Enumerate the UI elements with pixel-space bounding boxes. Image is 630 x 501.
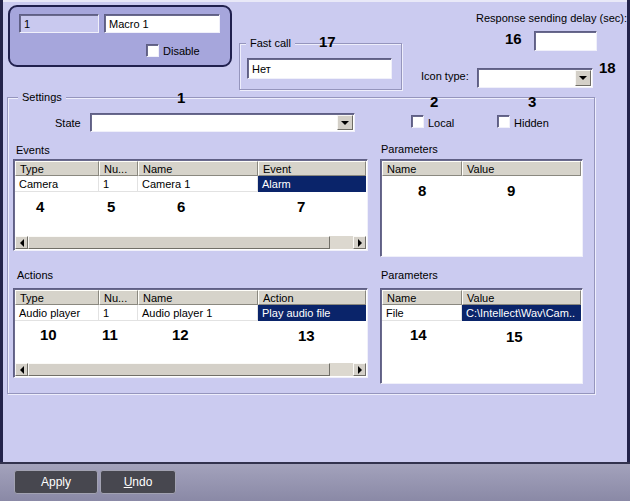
response-delay-label: Response sending delay (sec): (440, 12, 627, 24)
column-header[interactable]: Value (462, 161, 581, 176)
column-header[interactable]: Name (382, 290, 462, 305)
footer-bar: Apply Undo (0, 464, 630, 501)
fast-call-group: Fast call (239, 43, 402, 90)
table-row[interactable]: Audio player 1 Audio player 1 Play audio… (15, 305, 366, 321)
column-header[interactable]: Nu... (99, 161, 138, 176)
icon-type-label: Icon type: (421, 70, 469, 82)
window-left-edge (0, 0, 3, 463)
annotation-1: 1 (177, 89, 185, 106)
column-header[interactable]: Type (15, 290, 99, 305)
macro-number-field[interactable] (19, 14, 99, 33)
scroll-left-icon[interactable] (15, 236, 28, 249)
scrollbar-thumb[interactable] (28, 363, 330, 376)
events-table-header: Type Nu... Name Event (15, 161, 366, 176)
column-header[interactable]: Name (138, 161, 258, 176)
event-parameters-header: Name Value (382, 161, 581, 176)
annotation-4: 4 (36, 198, 44, 215)
disable-label: Disable (163, 45, 200, 57)
local-checkbox[interactable] (411, 115, 424, 128)
fast-call-field[interactable] (247, 58, 392, 79)
window-top-edge (0, 0, 630, 2)
table-row[interactable]: File C:\Intellect\Wav\Cam.. (382, 305, 581, 321)
scroll-right-icon[interactable] (353, 236, 366, 249)
events-label: Events (16, 144, 50, 156)
hidden-label: Hidden (514, 117, 549, 129)
response-delay-field[interactable] (534, 31, 597, 51)
column-header[interactable]: Nu... (99, 290, 138, 305)
macro-name-field[interactable] (104, 14, 220, 33)
undo-button[interactable]: Undo (100, 470, 176, 494)
apply-button[interactable]: Apply (14, 470, 98, 494)
parameter-value-cell[interactable]: C:\Intellect\Wav\Cam.. (462, 305, 581, 321)
macro-id-panel: Disable (8, 5, 232, 67)
annotation-7: 7 (297, 198, 305, 215)
actions-table: Type Nu... Name Action Audio player 1 Au… (13, 288, 368, 378)
fast-call-group-label: Fast call (246, 37, 295, 49)
state-label: State (55, 117, 81, 129)
event-parameters-table: Name Value (380, 159, 583, 257)
action-parameters-header: Name Value (382, 290, 581, 305)
actions-table-header: Type Nu... Name Action (15, 290, 366, 305)
table-row[interactable]: Camera 1 Camera 1 Alarm (15, 176, 366, 192)
parameter-name-cell[interactable]: File (382, 305, 462, 321)
scroll-right-icon[interactable] (353, 363, 366, 376)
annotation-13: 13 (298, 327, 315, 344)
dropdown-arrow-icon[interactable] (575, 70, 591, 86)
annotation-8: 8 (418, 182, 426, 199)
icon-type-dropdown[interactable] (477, 68, 593, 88)
event-value-cell[interactable]: Alarm (258, 176, 366, 192)
event-number-cell[interactable]: 1 (99, 176, 138, 192)
events-table: Type Nu... Name Event Camera 1 Camera 1 … (13, 159, 368, 251)
annotation-6: 6 (177, 198, 185, 215)
annotation-2: 2 (430, 93, 438, 110)
action-type-cell[interactable]: Audio player (15, 305, 99, 321)
annotation-18: 18 (599, 59, 616, 76)
horizontal-scrollbar[interactable] (15, 236, 366, 249)
action-name-cell[interactable]: Audio player 1 (138, 305, 258, 321)
column-header[interactable]: Name (382, 161, 462, 176)
column-header[interactable]: Action (258, 290, 366, 305)
annotation-14: 14 (410, 326, 427, 343)
column-header[interactable]: Value (462, 290, 581, 305)
undo-button-label: Undo (124, 475, 153, 489)
annotation-15: 15 (506, 328, 523, 345)
scroll-left-icon[interactable] (15, 363, 28, 376)
disable-checkbox[interactable] (146, 44, 159, 57)
state-dropdown[interactable] (90, 113, 355, 132)
scrollbar-thumb[interactable] (28, 236, 330, 249)
annotation-10: 10 (40, 326, 57, 343)
annotation-16: 16 (505, 30, 522, 47)
event-parameters-label: Parameters (381, 143, 438, 155)
local-label: Local (428, 117, 454, 129)
action-value-cell[interactable]: Play audio file (258, 305, 366, 321)
annotation-9: 9 (507, 182, 515, 199)
dropdown-arrow-icon[interactable] (337, 115, 353, 130)
action-number-cell[interactable]: 1 (99, 305, 138, 321)
settings-group-label: Settings (18, 91, 66, 103)
column-header[interactable]: Name (138, 290, 258, 305)
actions-label: Actions (17, 269, 53, 281)
column-header[interactable]: Type (15, 161, 99, 176)
horizontal-scrollbar[interactable] (15, 363, 366, 376)
annotation-12: 12 (172, 326, 189, 343)
annotation-3: 3 (528, 93, 536, 110)
apply-button-label: Apply (41, 475, 71, 489)
event-name-cell[interactable]: Camera 1 (138, 176, 258, 192)
action-parameters-label: Parameters (381, 269, 438, 281)
annotation-5: 5 (107, 198, 115, 215)
annotation-11: 11 (102, 326, 118, 343)
hidden-checkbox[interactable] (497, 115, 510, 128)
column-header[interactable]: Event (258, 161, 366, 176)
event-type-cell[interactable]: Camera (15, 176, 99, 192)
annotation-17: 17 (319, 33, 336, 50)
